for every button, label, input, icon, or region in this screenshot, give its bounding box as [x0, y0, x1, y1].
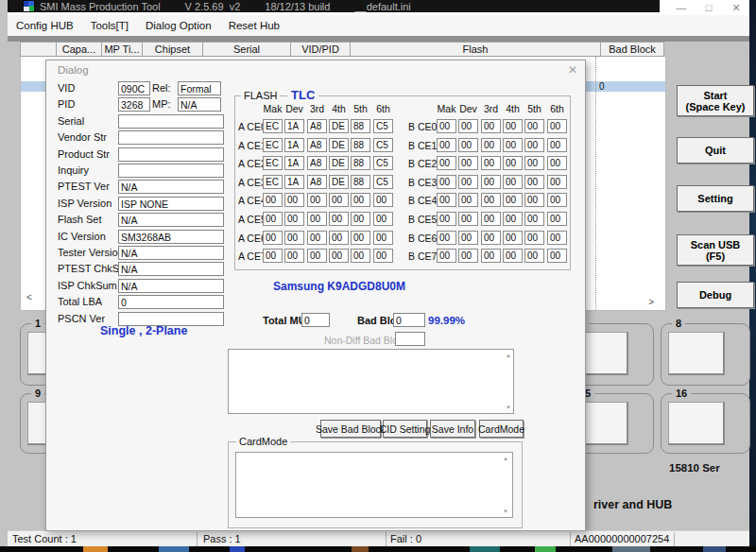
save-bad-block-button[interactable]: Save Bad Block — [320, 420, 381, 438]
flash-cell-b-ce2-1[interactable] — [437, 156, 456, 170]
minimize-icon[interactable]: — — [676, 2, 687, 13]
flash-cell-a-ce1-6[interactable] — [373, 138, 393, 152]
flash-cell-b-ce1-2[interactable] — [458, 138, 478, 152]
flash-cell-b-ce0-4[interactable] — [503, 119, 523, 133]
menu-item-reset-hub[interactable]: Reset Hub — [220, 20, 288, 31]
flash-cell-a-ce3-3[interactable] — [307, 175, 327, 189]
flash-cell-a-ce5-6[interactable] — [373, 212, 393, 226]
flash-cell-b-ce5-2[interactable] — [458, 212, 478, 226]
flash-cell-a-ce7-2[interactable] — [284, 249, 304, 263]
column-header-flash[interactable]: Flash — [351, 42, 601, 57]
flash-cell-b-ce5-1[interactable] — [437, 212, 456, 226]
flash-cell-a-ce5-2[interactable] — [284, 212, 304, 226]
flash-cell-b-ce4-5[interactable] — [524, 193, 544, 207]
flash-cell-b-ce7-6[interactable] — [547, 249, 567, 263]
flash-cell-b-ce3-5[interactable] — [524, 175, 544, 189]
menu-item-config-hub[interactable]: Config HUB — [8, 20, 82, 31]
flash-cell-a-ce4-4[interactable] — [329, 193, 349, 207]
quit-button[interactable]: Quit — [677, 137, 754, 164]
flash-cell-b-ce7-5[interactable] — [524, 249, 544, 263]
flash-cell-a-ce4-1[interactable] — [263, 193, 283, 207]
isp-chksum-field[interactable] — [118, 279, 224, 293]
bad-block-field[interactable] — [393, 313, 425, 327]
debug-button[interactable]: Debug — [677, 282, 754, 308]
flash-cell-b-ce4-3[interactable] — [481, 193, 501, 207]
non-diff-bad-block-field[interactable] — [395, 332, 425, 346]
flash-cell-b-ce6-3[interactable] — [481, 231, 501, 245]
ic-version-field[interactable] — [118, 230, 224, 244]
flash-cell-b-ce0-6[interactable] — [547, 119, 567, 133]
flash-cell-b-ce3-1[interactable] — [437, 175, 456, 189]
vid-field[interactable] — [118, 81, 150, 95]
flash-cell-a-ce1-4[interactable] — [329, 138, 349, 152]
flash-cell-a-ce2-1[interactable] — [263, 156, 283, 170]
flash-cell-a-ce0-4[interactable] — [329, 119, 349, 133]
close-icon[interactable]: ✕ — [730, 2, 742, 14]
flash-cell-b-ce1-4[interactable] — [503, 138, 523, 152]
flash-cell-a-ce5-5[interactable] — [351, 212, 370, 226]
flash-cell-b-ce5-3[interactable] — [481, 212, 501, 226]
start-button[interactable]: Start(Space Key) — [677, 85, 754, 116]
flash-cell-b-ce5-4[interactable] — [503, 212, 523, 226]
mp-field[interactable] — [178, 97, 221, 112]
flash-cell-a-ce1-2[interactable] — [284, 138, 304, 152]
flash-cell-b-ce7-2[interactable] — [458, 249, 478, 263]
bad-block-log-textarea[interactable] — [228, 349, 514, 414]
scroll-left-icon[interactable]: < — [26, 292, 32, 302]
menu-item-dialog-option[interactable]: Dialog Option — [137, 20, 220, 31]
flash-cell-a-ce7-4[interactable] — [329, 249, 349, 263]
flash-cell-a-ce1-3[interactable] — [307, 138, 327, 152]
column-header-capa[interactable]: Capa... — [57, 42, 102, 57]
maximize-icon[interactable]: □ — [703, 2, 714, 13]
scan-usb-button[interactable]: Scan USB(F5) — [677, 234, 754, 266]
flash-cell-a-ce3-6[interactable] — [373, 175, 393, 189]
flash-cell-a-ce6-1[interactable] — [263, 231, 283, 245]
column-header-bad-block[interactable]: Bad Block — [601, 42, 664, 57]
flash-cell-b-ce3-6[interactable] — [547, 175, 567, 189]
scroll-right-icon[interactable]: > — [648, 297, 654, 307]
ptest-ver-field[interactable] — [118, 180, 224, 194]
flash-cell-a-ce4-6[interactable] — [373, 193, 393, 207]
flash-cell-a-ce2-6[interactable] — [373, 156, 393, 170]
flash-cell-a-ce3-5[interactable] — [351, 175, 370, 189]
flash-cell-b-ce6-2[interactable] — [458, 231, 478, 245]
flash-cell-a-ce7-6[interactable] — [373, 249, 393, 263]
flash-cell-a-ce1-1[interactable] — [263, 138, 283, 152]
flash-cell-a-ce2-3[interactable] — [307, 156, 327, 170]
flash-cell-b-ce3-4[interactable] — [503, 175, 523, 189]
total-lba-field[interactable] — [118, 295, 224, 309]
flash-cell-b-ce2-5[interactable] — [524, 156, 544, 170]
total-mu-field[interactable] — [301, 313, 330, 327]
scroll-down-icon[interactable]: ▼ — [506, 405, 511, 410]
flash-cell-b-ce1-6[interactable] — [547, 138, 567, 152]
flash-cell-b-ce6-1[interactable] — [437, 231, 456, 245]
flash-cell-b-ce2-4[interactable] — [503, 156, 523, 170]
setting-button[interactable]: Setting — [677, 185, 754, 212]
serial-field[interactable] — [118, 114, 224, 129]
flash-cell-b-ce3-3[interactable] — [481, 175, 501, 189]
flash-cell-a-ce4-2[interactable] — [284, 193, 304, 207]
cardmode-button[interactable]: CardMode — [479, 420, 524, 438]
flash-cell-a-ce6-3[interactable] — [307, 231, 327, 245]
flash-cell-a-ce5-1[interactable] — [263, 212, 283, 226]
flash-cell-a-ce0-6[interactable] — [373, 119, 393, 133]
flash-cell-b-ce4-2[interactable] — [458, 193, 478, 207]
inquiry-field[interactable] — [118, 164, 224, 178]
flash-cell-b-ce2-3[interactable] — [481, 156, 501, 170]
scroll-up-icon[interactable]: ▲ — [506, 353, 511, 358]
vendor-str-field[interactable] — [118, 130, 224, 145]
flash-cell-b-ce1-1[interactable] — [437, 138, 456, 152]
flash-cell-a-ce7-5[interactable] — [351, 249, 370, 263]
flash-cell-a-ce6-6[interactable] — [373, 231, 393, 245]
flash-cell-a-ce3-4[interactable] — [329, 175, 349, 189]
cardmode-textarea[interactable] — [235, 452, 513, 518]
flash-cell-a-ce0-3[interactable] — [307, 119, 327, 133]
flash-cell-a-ce2-4[interactable] — [329, 156, 349, 170]
flash-cell-b-ce2-6[interactable] — [547, 156, 567, 170]
flash-cell-a-ce5-3[interactable] — [307, 212, 327, 226]
flash-cell-b-ce6-6[interactable] — [547, 231, 567, 245]
row-selector-header[interactable] — [20, 42, 57, 57]
flash-cell-a-ce5-4[interactable] — [329, 212, 349, 226]
flash-cell-b-ce0-5[interactable] — [524, 119, 544, 133]
flash-cell-a-ce1-5[interactable] — [351, 138, 370, 152]
